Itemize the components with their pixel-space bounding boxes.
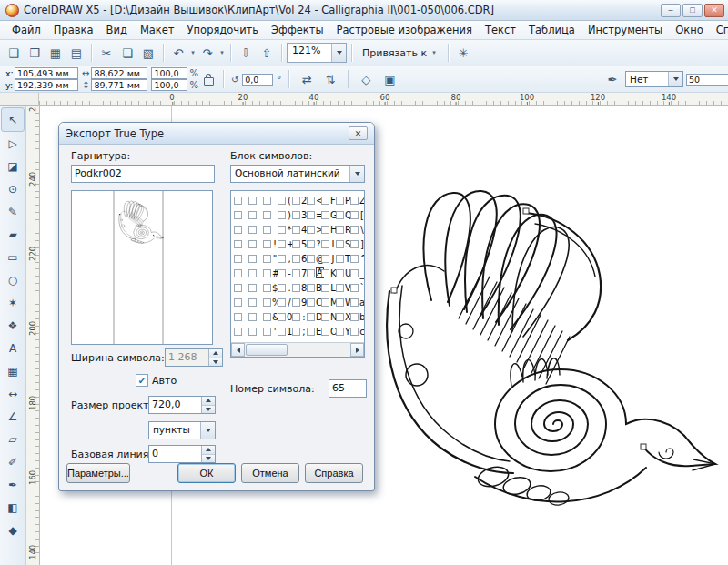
char-checkbox[interactable] xyxy=(248,328,257,336)
char-checkbox[interactable] xyxy=(248,197,257,205)
scroll-track[interactable] xyxy=(245,343,350,357)
export-icon[interactable]: ⇧ xyxy=(257,43,277,63)
calligraphic-bird-drawing[interactable] xyxy=(375,184,725,520)
polygon-tool[interactable]: ✶ xyxy=(2,291,24,314)
freehand-tool[interactable]: ✎ xyxy=(2,200,24,223)
char-checkbox[interactable] xyxy=(263,313,271,321)
char-cell[interactable] xyxy=(234,328,248,336)
rectangle-tool[interactable]: ▭ xyxy=(2,246,24,268)
auto-checkbox[interactable]: ✔ xyxy=(136,374,148,387)
title-bar[interactable]: CorelDRAW X5 - [D:\Дизайн Вышивок\КлипАр… xyxy=(0,0,728,21)
char-checkbox[interactable] xyxy=(292,226,300,234)
char-cell[interactable] xyxy=(234,197,248,205)
char-cell[interactable]: U xyxy=(336,268,350,278)
x-position-field[interactable]: 105,493 мм xyxy=(15,67,78,79)
char-cell[interactable]: _ xyxy=(350,268,364,278)
print-icon[interactable]: ▤ xyxy=(66,43,86,63)
fill-tool[interactable]: ◧ xyxy=(2,496,24,519)
char-cell[interactable]: Z xyxy=(350,196,364,206)
char-cell[interactable]: " xyxy=(263,254,278,264)
interactive-fill-tool[interactable]: ◆ xyxy=(2,519,24,541)
char-cell[interactable]: Y xyxy=(336,327,350,337)
char-checkbox[interactable] xyxy=(336,211,344,219)
char-cell[interactable]: ; xyxy=(292,327,307,337)
dialog-close-button[interactable]: ✕ xyxy=(349,126,368,140)
char-cell[interactable]: 9 xyxy=(292,298,307,308)
outline-style-dropdown[interactable]: Нет xyxy=(625,71,683,87)
char-cell[interactable]: + xyxy=(278,239,292,249)
char-cell[interactable] xyxy=(248,328,263,336)
units-dropdown[interactable]: пункты xyxy=(148,421,216,439)
char-cell[interactable]: A xyxy=(307,267,321,278)
char-cell[interactable]: W xyxy=(336,298,350,308)
char-cell[interactable]: 1 xyxy=(278,327,292,337)
char-cell[interactable]: ` xyxy=(350,283,364,293)
char-cell[interactable]: L xyxy=(321,283,336,293)
font-name-field[interactable]: Podkr002 xyxy=(71,165,215,183)
char-cell[interactable] xyxy=(248,211,263,219)
project-size-spin-buttons[interactable] xyxy=(201,397,215,413)
char-checkbox[interactable] xyxy=(350,255,359,263)
snap-to-button[interactable]: Привязать к▾ xyxy=(357,44,443,62)
scale-y-field[interactable]: 100,0 xyxy=(151,79,187,91)
outline-width-field[interactable]: 50 xyxy=(686,74,728,86)
char-checkbox[interactable] xyxy=(321,298,329,307)
char-checkbox[interactable] xyxy=(350,284,359,292)
char-cell[interactable]: ? xyxy=(307,239,321,249)
char-checkbox[interactable] xyxy=(248,313,257,321)
char-cell[interactable]: . xyxy=(278,283,292,293)
rotation-angle-field[interactable]: 0,0 xyxy=(242,74,273,86)
char-checkbox[interactable] xyxy=(321,211,329,219)
symbol-block-arrow[interactable] xyxy=(349,166,364,182)
symbol-block-dropdown[interactable]: Основной латинский xyxy=(230,165,365,183)
convert-to-curves-icon[interactable]: ◇ xyxy=(356,69,376,89)
char-checkbox[interactable] xyxy=(350,269,359,277)
char-checkbox[interactable] xyxy=(263,240,271,248)
char-cell[interactable]: X xyxy=(336,312,350,322)
options-icon[interactable]: ✳ xyxy=(453,43,473,63)
char-cell[interactable]: \ xyxy=(350,225,364,235)
char-checkbox[interactable] xyxy=(292,255,300,263)
char-checkbox[interactable] xyxy=(307,328,315,336)
char-cell[interactable]: N xyxy=(321,312,336,322)
scroll-right-button[interactable] xyxy=(350,343,364,357)
parameters-button[interactable]: Параметры... xyxy=(66,463,130,483)
char-cell[interactable]: 8 xyxy=(292,283,307,293)
scroll-left-button[interactable] xyxy=(231,343,245,357)
char-cell[interactable]: = xyxy=(307,210,321,220)
outline-pen-icon[interactable]: ✒ xyxy=(602,69,622,89)
char-checkbox[interactable] xyxy=(278,284,286,292)
dialog-title-bar[interactable]: Экспорт True Type ✕ xyxy=(59,123,374,145)
char-cell[interactable]: Q xyxy=(336,210,350,220)
menu-item-edit[interactable]: Правка xyxy=(47,22,100,38)
char-checkbox[interactable] xyxy=(336,313,344,321)
redo-icon[interactable]: ↷ xyxy=(197,43,217,63)
char-checkbox[interactable] xyxy=(263,284,271,292)
char-checkbox[interactable] xyxy=(336,255,344,263)
zoom-tool[interactable]: ⊙ xyxy=(2,177,24,200)
char-checkbox[interactable] xyxy=(350,240,359,248)
menu-item-help[interactable]: Справка xyxy=(710,22,728,38)
mirror-horizontal-button[interactable]: ⇄ xyxy=(297,69,317,89)
char-checkbox[interactable] xyxy=(278,313,286,321)
char-cell[interactable]: / xyxy=(278,298,292,308)
menu-item-table[interactable]: Таблица xyxy=(522,22,581,38)
char-checkbox[interactable] xyxy=(248,269,257,277)
char-checkbox[interactable] xyxy=(278,240,286,248)
char-checkbox[interactable] xyxy=(263,298,271,307)
char-cell[interactable] xyxy=(234,255,248,263)
vertical-ruler[interactable]: 260240220200180160140 xyxy=(26,106,40,565)
char-checkbox[interactable] xyxy=(248,211,257,219)
ok-button[interactable]: ОК xyxy=(177,463,236,483)
char-cell[interactable]: b xyxy=(350,312,364,322)
char-cell[interactable]: 5 xyxy=(292,239,307,249)
open-icon[interactable]: ❒ xyxy=(25,43,45,63)
char-cell[interactable]: K xyxy=(321,268,336,278)
char-cell[interactable] xyxy=(234,269,248,277)
char-checkbox[interactable] xyxy=(278,269,286,277)
maximize-button[interactable]: □ xyxy=(682,4,703,17)
char-checkbox[interactable] xyxy=(234,255,242,263)
symbol-number-field[interactable]: 65 xyxy=(329,379,367,398)
char-cell[interactable]: 2 xyxy=(292,196,307,206)
char-cell[interactable] xyxy=(234,211,248,219)
